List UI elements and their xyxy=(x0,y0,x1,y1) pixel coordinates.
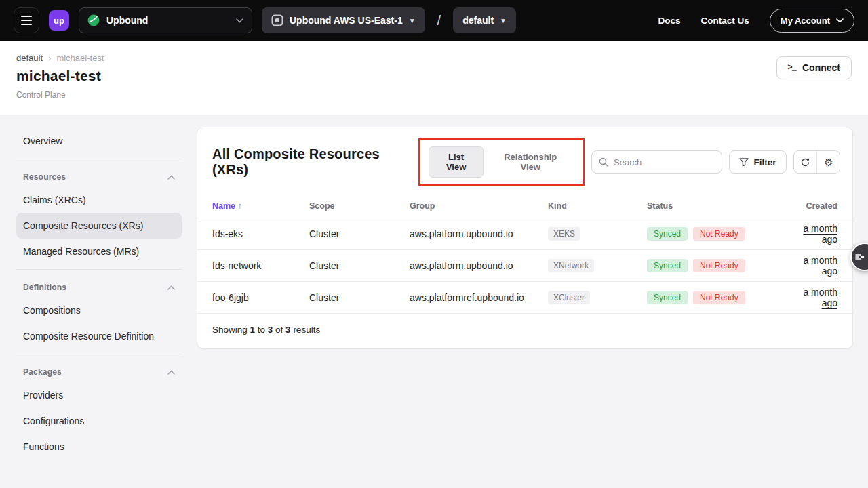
automation-settings-button[interactable]: ⚙ xyxy=(816,151,840,173)
table-row[interactable]: fds-eks Cluster aws.platform.upbound.io … xyxy=(197,218,852,250)
nav-link-docs[interactable]: Docs xyxy=(658,16,681,26)
cell-name[interactable]: fds-eks xyxy=(212,228,309,239)
relative-time[interactable]: a month ago xyxy=(803,287,837,308)
controlplane-icon xyxy=(271,14,283,26)
topbar-left: up Upbound Upbound AWS US-East-1 ▼ / def… xyxy=(14,7,516,33)
cell-kind: XNetwork xyxy=(548,259,647,272)
sidebar-divider xyxy=(16,354,182,354)
column-header-created[interactable]: Created xyxy=(787,201,837,211)
cell-status: Synced Not Ready xyxy=(647,291,787,304)
kind-badge: XCluster xyxy=(548,291,590,304)
sidebar-item-xrd[interactable]: Composite Resource Definition xyxy=(16,323,182,349)
cell-group: aws.platform.upbound.io xyxy=(410,228,548,239)
column-header-status[interactable]: Status xyxy=(647,201,787,211)
search-box[interactable] xyxy=(591,150,722,174)
terminal-icon: >_ xyxy=(788,63,796,73)
column-header-kind[interactable]: Kind xyxy=(548,201,647,211)
cell-scope: Cluster xyxy=(309,228,410,239)
synced-badge: Synced xyxy=(647,259,688,272)
sidebar-item-claims[interactable]: Claims (XRCs) xyxy=(16,187,182,213)
sidebar-item-composite-resources[interactable]: Composite Resources (XRs) xyxy=(16,213,182,239)
caret-down-icon: ▼ xyxy=(409,17,416,24)
my-account-button[interactable]: My Account xyxy=(770,9,854,33)
cell-created: a month ago xyxy=(787,255,837,277)
kind-badge: XNetwork xyxy=(548,259,594,272)
filter-button-label: Filter xyxy=(754,157,776,167)
sidebar-section-label: Definitions xyxy=(23,283,66,292)
cell-status: Synced Not Ready xyxy=(647,259,787,272)
controlplane-selector-label: Upbound AWS US-East-1 xyxy=(290,15,403,26)
search-input[interactable] xyxy=(614,157,714,167)
breadcrumb-parent[interactable]: default xyxy=(16,53,43,63)
my-account-label: My Account xyxy=(781,16,830,26)
content-area: Overview Resources Claims (XRCs) Composi… xyxy=(0,115,868,460)
sidebar-divider xyxy=(16,269,182,270)
refresh-icon xyxy=(800,157,810,167)
table-row[interactable]: fds-network Cluster aws.platform.upbound… xyxy=(197,250,852,282)
not-ready-badge: Not Ready xyxy=(693,291,745,304)
sliders-icon xyxy=(854,251,865,262)
relative-time[interactable]: a month ago xyxy=(803,223,837,245)
cell-group: aws.platform.upbound.io xyxy=(410,260,548,271)
sidebar-item-compositions[interactable]: Compositions xyxy=(16,298,182,323)
cell-created: a month ago xyxy=(787,287,837,308)
not-ready-badge: Not Ready xyxy=(693,259,745,272)
chevron-up-icon xyxy=(167,175,175,180)
cell-scope: Cluster xyxy=(309,260,410,271)
sidebar-item-functions[interactable]: Functions xyxy=(16,434,182,460)
upbound-globe-icon xyxy=(87,14,100,26)
caret-down-icon: ▼ xyxy=(500,17,507,24)
search-icon xyxy=(599,157,608,167)
relationship-view-tab[interactable]: Relationship View xyxy=(486,147,574,177)
cell-scope: Cluster xyxy=(309,292,410,303)
controlplane-selector-dropdown[interactable]: Upbound AWS US-East-1 ▼ xyxy=(262,7,425,33)
list-view-tab[interactable]: List View xyxy=(429,146,484,178)
filter-button[interactable]: Filter xyxy=(729,150,787,174)
funnel-icon xyxy=(739,158,749,167)
breadcrumb-separator-icon: › xyxy=(48,53,51,63)
not-ready-badge: Not Ready xyxy=(693,227,745,241)
column-header-name[interactable]: Name ↑ xyxy=(212,201,309,211)
connect-button[interactable]: >_ Connect xyxy=(776,56,852,79)
sidebar-item-managed-resources[interactable]: Managed Resources (MRs) xyxy=(16,239,182,264)
sidebar-section-definitions[interactable]: Definitions xyxy=(16,274,182,298)
sidebar: Overview Resources Claims (XRCs) Composi… xyxy=(16,127,182,460)
gears-icon: ⚙ xyxy=(824,157,833,167)
column-header-group[interactable]: Group xyxy=(410,201,548,211)
group-selector-dropdown[interactable]: default ▼ xyxy=(453,7,516,33)
topbar-right: Docs Contact Us My Account xyxy=(658,9,854,33)
sidebar-item-providers[interactable]: Providers xyxy=(16,382,182,408)
refresh-button[interactable] xyxy=(794,151,817,173)
chevron-down-icon xyxy=(236,18,243,23)
connect-button-label: Connect xyxy=(802,62,840,73)
sort-asc-icon: ↑ xyxy=(238,201,242,211)
sidebar-item-configurations[interactable]: Configurations xyxy=(16,408,182,434)
table-action-buttons: ⚙ xyxy=(793,150,840,174)
kind-badge: XEKS xyxy=(548,227,580,241)
cell-group: aws.platformref.upbound.io xyxy=(410,292,548,303)
hamburger-icon xyxy=(21,16,32,17)
org-selector-dropdown[interactable]: Upbound xyxy=(79,7,252,33)
sidebar-section-packages[interactable]: Packages xyxy=(16,359,182,382)
results-summary: Showing 1 to 3 of 3 results xyxy=(197,314,852,348)
sidebar-section-label: Resources xyxy=(23,172,66,182)
card-header: All Composite Resources (XRs) List View … xyxy=(197,127,852,194)
cell-name[interactable]: foo-6jgjb xyxy=(212,292,309,303)
chevron-down-icon xyxy=(836,18,844,23)
cell-name[interactable]: fds-network xyxy=(212,260,309,271)
breadcrumb: default › michael-test xyxy=(16,53,852,63)
nav-link-contact-us[interactable]: Contact Us xyxy=(701,16,749,26)
column-header-scope[interactable]: Scope xyxy=(309,201,410,211)
card-title: All Composite Resources (XRs) xyxy=(212,146,418,178)
hamburger-menu-button[interactable] xyxy=(14,7,39,33)
sidebar-section-label: Packages xyxy=(23,367,62,377)
synced-badge: Synced xyxy=(647,291,688,304)
view-toggle-annotation-highlight: List View Relationship View xyxy=(418,138,585,186)
sidebar-item-overview[interactable]: Overview xyxy=(16,128,182,154)
card-controls: List View Relationship View Filter xyxy=(418,138,840,186)
sidebar-section-resources[interactable]: Resources xyxy=(16,164,182,187)
table-row[interactable]: foo-6jgjb Cluster aws.platformref.upboun… xyxy=(197,282,852,314)
relative-time[interactable]: a month ago xyxy=(803,255,837,277)
topbar: up Upbound Upbound AWS US-East-1 ▼ / def… xyxy=(0,0,868,41)
group-selector-label: default xyxy=(462,15,494,26)
